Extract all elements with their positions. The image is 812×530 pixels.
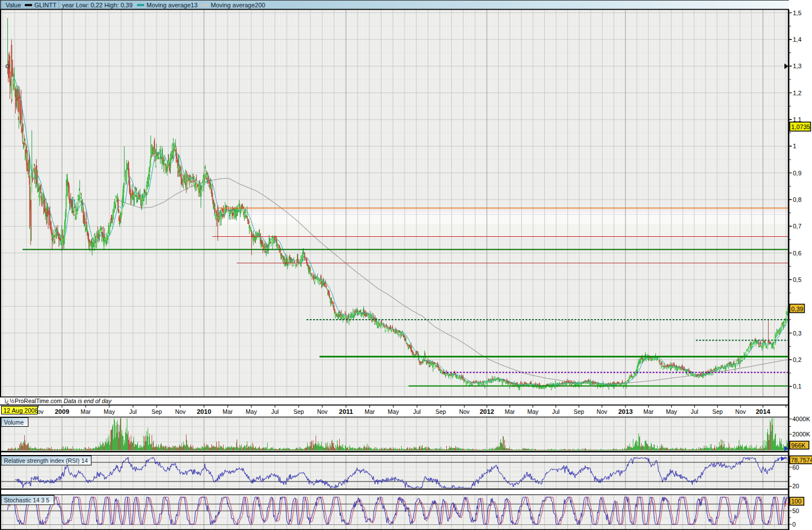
svg-text:Sep: Sep: [152, 408, 162, 415]
svg-text:Nov: Nov: [597, 408, 607, 415]
svg-text:year Low: 0,22 High: 0,39: year Low: 0,22 High: 0,39: [62, 2, 132, 8]
svg-text:Jul: Jul: [413, 408, 420, 415]
svg-text:1,2: 1,2: [793, 90, 801, 96]
svg-text:Nov: Nov: [735, 408, 746, 415]
svg-text:Sep: Sep: [294, 408, 304, 415]
svg-text:Jul: Jul: [691, 408, 698, 415]
svg-text:0,9: 0,9: [793, 170, 801, 176]
svg-text:2009: 2009: [55, 408, 69, 415]
svg-text:0,6: 0,6: [793, 250, 801, 257]
svg-text:Relative strength index (RSI): Relative strength index (RSI) 14: [4, 457, 88, 464]
svg-text:Sep: Sep: [712, 408, 723, 415]
svg-text:ï¿½: ï¿½: [5, 398, 15, 404]
svg-text:12 Aug 2008: 12 Aug 2008: [3, 407, 38, 414]
svg-text:Value: Value: [6, 2, 21, 8]
svg-text:0,3: 0,3: [793, 330, 801, 337]
svg-text:Mar: Mar: [81, 408, 91, 415]
svg-text:2013: 2013: [618, 408, 633, 415]
svg-text:ProRealTime.com: ProRealTime.com: [15, 398, 62, 404]
svg-text:0,7: 0,7: [793, 223, 801, 229]
svg-text:Sep: Sep: [436, 408, 446, 415]
svg-text:50: 50: [792, 507, 799, 514]
svg-text:1,3: 1,3: [793, 63, 801, 69]
svg-text:Nov: Nov: [317, 408, 328, 415]
svg-text:0,8: 0,8: [793, 196, 801, 203]
svg-text:2010: 2010: [197, 408, 211, 415]
svg-text:Jul: Jul: [271, 408, 278, 415]
svg-text:GLINTT: GLINTT: [34, 2, 56, 8]
svg-text:May: May: [388, 408, 400, 415]
svg-text:0: 0: [792, 521, 796, 528]
svg-text:May: May: [666, 408, 678, 415]
svg-text:20: 20: [792, 483, 799, 489]
svg-text:Jul: Jul: [552, 408, 560, 415]
svg-text:0,39: 0,39: [791, 306, 803, 312]
svg-text:May: May: [246, 408, 258, 415]
svg-text:1,4: 1,4: [793, 36, 801, 43]
svg-text:2011: 2011: [339, 408, 354, 415]
svg-text:May: May: [104, 408, 116, 415]
svg-text:Jul: Jul: [129, 408, 136, 415]
svg-text:100: 100: [791, 498, 801, 505]
svg-text:Data is end of day: Data is end of day: [64, 398, 112, 404]
svg-text:0,5: 0,5: [793, 276, 801, 283]
svg-text:966K: 966K: [791, 442, 806, 449]
svg-text:Mar: Mar: [223, 408, 233, 415]
svg-text:2000K: 2000K: [792, 431, 810, 438]
svg-text:0,2: 0,2: [793, 356, 801, 363]
svg-text:0,1: 0,1: [793, 383, 801, 390]
svg-text:1: 1: [793, 143, 796, 149]
svg-text:78,7574: 78,7574: [791, 457, 812, 463]
svg-text:Nov: Nov: [459, 408, 470, 415]
svg-text:2012: 2012: [480, 408, 494, 415]
svg-text:May: May: [527, 408, 539, 415]
svg-text:2014: 2014: [756, 408, 770, 415]
svg-text:Volume: Volume: [4, 419, 24, 426]
svg-text:Moving average200: Moving average200: [211, 2, 265, 8]
svg-text:60: 60: [792, 464, 799, 471]
svg-text:Mar: Mar: [644, 408, 654, 415]
svg-text:1,5: 1,5: [793, 10, 801, 16]
svg-text:1,0735: 1,0735: [791, 123, 810, 130]
svg-text:Nov: Nov: [175, 408, 186, 415]
svg-text:Moving average13: Moving average13: [147, 2, 198, 8]
svg-text:4000K: 4000K: [792, 416, 810, 422]
svg-text:Sep: Sep: [574, 408, 584, 415]
svg-text:Stochastic 14 3 5: Stochastic 14 3 5: [4, 497, 50, 504]
svg-text:Mar: Mar: [505, 408, 516, 415]
svg-text:Mar: Mar: [365, 408, 375, 415]
